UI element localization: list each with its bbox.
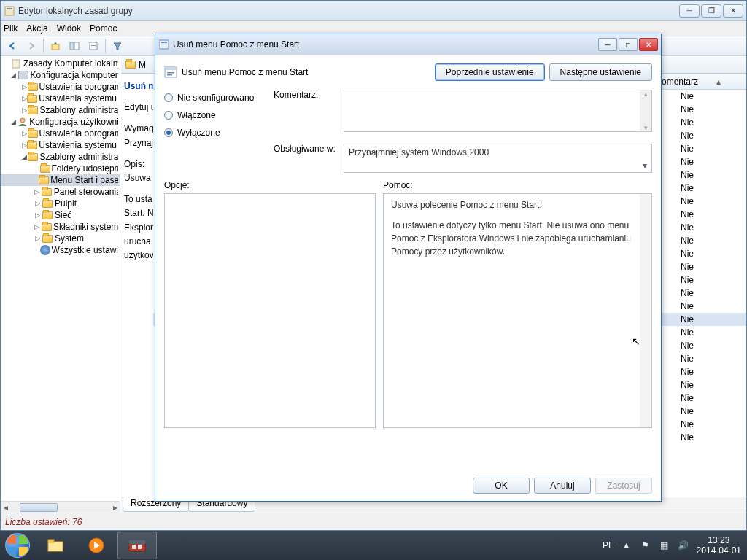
setting-title: Usuń m <box>124 79 150 93</box>
properties-button[interactable] <box>85 38 102 54</box>
taskbar-explorer[interactable] <box>36 532 75 559</box>
svg-rect-11 <box>160 40 169 49</box>
tray-volume-icon[interactable]: 🔊 <box>678 540 689 551</box>
scroll-up-icon[interactable]: ▴ <box>713 77 724 87</box>
tree-item[interactable]: ▷Sieć <box>1 209 120 221</box>
tree-admin-templates[interactable]: ◢Szablony administracyjne <box>1 151 120 163</box>
chevron-right-icon[interactable]: ▷ <box>21 141 27 149</box>
filter-button[interactable] <box>109 38 126 54</box>
column-comment[interactable]: omentarz <box>662 77 713 87</box>
help-label: Pomoc: <box>383 180 413 190</box>
dialog-titlebar[interactable]: Usuń menu Pomoc z menu Start ─ □ ✕ <box>155 34 661 55</box>
dialog-minimize-button[interactable]: ─ <box>598 38 617 51</box>
scroll-left-icon[interactable]: ◂ <box>1 502 11 513</box>
tray-flag-icon[interactable]: ▲ <box>621 540 632 551</box>
svg-rect-6 <box>91 44 96 44</box>
tree-computer-config[interactable]: ◢ Konfiguracja komputera <box>1 69 120 81</box>
chevron-right-icon[interactable]: ▷ <box>21 106 28 114</box>
separator <box>43 39 44 53</box>
tree-item[interactable]: Foldery udostępnione <box>1 163 120 174</box>
forward-button[interactable] <box>23 38 40 54</box>
tray-action-center-icon[interactable]: ⚑ <box>640 540 651 551</box>
tree-item[interactable]: ▷Ustawienia systemu Windows <box>1 139 120 151</box>
chevron-right-icon[interactable]: ▷ <box>33 188 42 195</box>
language-indicator[interactable]: PL <box>603 540 614 551</box>
svg-rect-2 <box>52 44 59 50</box>
menu-view[interactable]: Widok <box>57 23 81 34</box>
menu-file[interactable]: Plik <box>4 23 18 34</box>
tree-item[interactable]: ▷Ustawienia oprogramowania <box>1 81 120 93</box>
svg-rect-3 <box>70 42 74 50</box>
apply-button[interactable]: Zastosuj <box>595 478 652 494</box>
folder-icon <box>40 163 50 174</box>
radio-not-configured[interactable]: Nie skonfigurowano <box>164 93 272 103</box>
description-text: Usuwa <box>124 171 150 185</box>
tree-start-menu[interactable]: Menu Start i pasek zadań <box>1 174 120 186</box>
help-pane[interactable]: Usuwa polecenie Pomoc z menu Start. To u… <box>383 193 652 428</box>
svg-rect-22 <box>132 545 136 549</box>
tree-pane[interactable]: Zasady Komputer lokalny ◢ Konfiguracja k… <box>1 56 120 513</box>
cursor-icon: ↖ <box>632 335 640 347</box>
scrollbar-thumb[interactable] <box>20 503 58 512</box>
system-tray[interactable]: PL ▲ ⚑ ▦ 🔊 13:23 2014-04-01 <box>597 535 747 556</box>
close-button[interactable]: ✕ <box>723 4 743 18</box>
tree-user-config[interactable]: ◢ Konfiguracja użytkownika <box>1 116 120 128</box>
start-button[interactable] <box>0 531 35 560</box>
tray-clock[interactable]: 13:23 2014-04-01 <box>697 535 741 556</box>
scrollbar[interactable] <box>640 194 651 427</box>
main-titlebar[interactable]: Edytor lokalnych zasad grupy ─ ❐ ✕ <box>1 1 746 21</box>
ok-button[interactable]: OK <box>473 478 530 494</box>
maximize-button[interactable]: ❐ <box>701 4 721 18</box>
chevron-right-icon[interactable]: ▷ <box>21 95 27 102</box>
tree-item[interactable]: ▷Pulpit <box>1 198 120 209</box>
previous-setting-button[interactable]: Poprzednie ustawienie <box>435 63 545 81</box>
tray-network-icon[interactable]: ▦ <box>659 540 670 551</box>
back-button[interactable] <box>4 38 21 54</box>
taskbar-mediaplayer[interactable] <box>77 532 116 559</box>
chevron-down-icon[interactable]: ◢ <box>21 153 28 160</box>
show-hide-tree-button[interactable] <box>66 38 83 54</box>
tree-item[interactable]: ▷Szablony administracyjne <box>1 104 120 116</box>
policy-icon <box>11 58 22 69</box>
chevron-down-icon[interactable]: ◢ <box>9 118 18 125</box>
svg-rect-14 <box>165 67 177 70</box>
comment-textarea[interactable]: ▴▾ <box>344 90 652 132</box>
tree-item[interactable]: ▷System <box>1 233 120 244</box>
tree-item[interactable]: ▷Składniki systemu <box>1 221 120 233</box>
radio-disabled[interactable]: Wyłączone <box>164 128 272 138</box>
tree-root[interactable]: Zasady Komputer lokalny <box>1 58 120 69</box>
chevron-right-icon[interactable]: ▷ <box>33 235 42 242</box>
chevron-right-icon[interactable]: ▷ <box>33 200 42 207</box>
taskbar-app-active[interactable] <box>117 532 157 559</box>
chevron-right-icon[interactable]: ▷ <box>21 83 28 90</box>
dialog-close-button[interactable]: ✕ <box>639 38 658 51</box>
up-button[interactable] <box>47 38 64 54</box>
scrollbar[interactable]: ▴▾ <box>640 90 651 131</box>
options-label: Opcje: <box>164 180 383 190</box>
next-setting-button[interactable]: Następne ustawienie <box>549 63 652 81</box>
menu-action[interactable]: Akcja <box>26 23 47 34</box>
tree-item[interactable]: Wszystkie ustawienia <box>1 244 120 256</box>
chevron-down-icon[interactable]: ◢ <box>9 71 18 79</box>
policy-icon <box>164 66 177 79</box>
status-text: Liczba ustawień: 76 <box>5 517 82 527</box>
tree-item[interactable]: ▷Panel sterowania <box>1 186 120 198</box>
cancel-button[interactable]: Anuluj <box>534 478 591 494</box>
chevron-right-icon[interactable]: ▷ <box>33 223 41 230</box>
radio-enabled[interactable]: Włączone <box>164 110 272 120</box>
radio-icon <box>164 128 173 137</box>
tree-item[interactable]: ▷Ustawienia systemu Windows <box>1 93 120 104</box>
chevron-right-icon[interactable]: ▷ <box>33 211 42 219</box>
minimize-button[interactable]: ─ <box>679 4 700 18</box>
taskbar[interactable]: PL ▲ ⚑ ▦ 🔊 13:23 2014-04-01 <box>0 531 747 560</box>
supported-field[interactable]: Przynajmniej system Windows 2000 ▾ <box>344 144 652 173</box>
scroll-right-icon[interactable]: ▸ <box>110 502 120 513</box>
tree-hscrollbar[interactable]: ◂ ▸ <box>1 501 120 513</box>
dialog-maximize-button[interactable]: □ <box>619 38 638 51</box>
chevron-right-icon[interactable]: ▷ <box>21 130 28 137</box>
tree-item[interactable]: ▷Ustawienia oprogramowania <box>1 128 120 139</box>
main-title: Edytor lokalnych zasad grupy <box>18 6 679 16</box>
menu-help[interactable]: Pomoc <box>90 23 117 34</box>
supported-label: Obsługiwane w: <box>274 144 342 154</box>
options-pane[interactable] <box>164 193 376 428</box>
